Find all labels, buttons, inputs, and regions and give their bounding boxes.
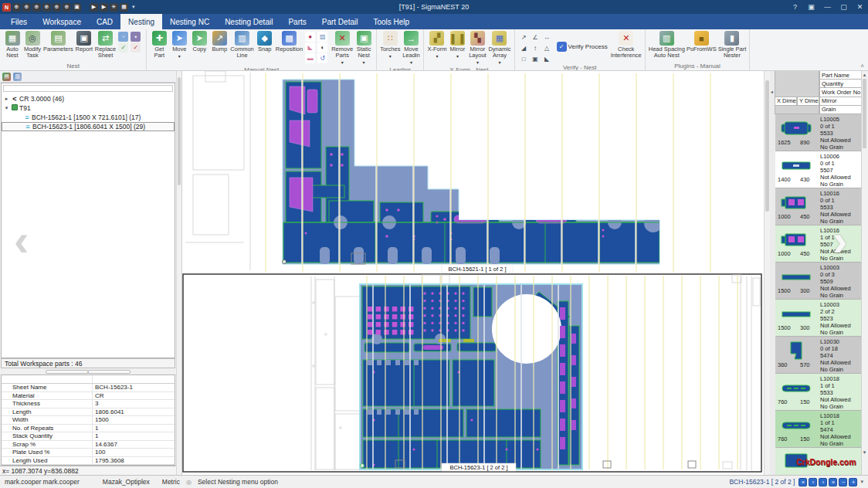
x-form-button[interactable]: ▞X-Form▾	[426, 30, 447, 60]
part-row[interactable]: 1400430L100060 of 15507Not AllowedNo Gra…	[775, 151, 861, 188]
tab-cad[interactable]: CAD	[89, 14, 120, 29]
pan-icon[interactable]: ▶	[100, 3, 108, 12]
restore-icon[interactable]: ▢	[836, 0, 852, 14]
bump-button[interactable]: ↗Bump	[209, 30, 229, 53]
measure-corner-icon[interactable]: ◢	[519, 43, 529, 53]
column-header-work-order[interactable]: Work Order No.	[819, 88, 863, 97]
tree-view-icon[interactable]: ▤	[2, 73, 11, 81]
tree-item-bch-15621-1[interactable]: ≡BCH-15621-1 [1500 X 721.6101] (17)	[2, 113, 175, 122]
mirror-layout-dropdown-icon[interactable]: ▾	[476, 59, 479, 66]
part-row[interactable]: 1500300L100030 of 35509Not AllowedNo Gra…	[775, 263, 861, 300]
tab-parts[interactable]: Parts	[280, 14, 314, 29]
canvas-scrollbar[interactable]	[764, 71, 770, 475]
tree-filter-box[interactable]	[3, 85, 173, 92]
static-nest-dropdown-icon[interactable]: ▾	[363, 59, 365, 66]
dynamic-array-dropdown-icon[interactable]: ▾	[498, 59, 500, 66]
static-nest-button[interactable]: ▣Static Nest▾	[354, 30, 374, 66]
nest-canvas-drawing[interactable]: BCH-15621-1 [ 1 of 2 ]	[182, 71, 764, 475]
set-square-icon[interactable]: ◣	[305, 42, 315, 53]
remove-parts-dropdown-icon[interactable]: ▾	[341, 59, 344, 66]
verify-process-button[interactable]: ✓Verify Process	[557, 42, 608, 52]
settings-icon[interactable]: ✳	[110, 3, 118, 12]
previous-sheet-button[interactable]: ‹	[809, 478, 817, 486]
copy-button[interactable]: ➤Copy	[189, 30, 209, 53]
nest-canvas[interactable]: BCH-15621-1 [ 1 of 2 ]	[182, 71, 764, 475]
measure-slope-icon[interactable]: ◣	[542, 54, 552, 64]
snap-button[interactable]: ◆Snap	[255, 30, 275, 53]
part-row[interactable]: 760150L100181 of 15474Not AllowedNo Grai…	[775, 411, 861, 448]
verify-small-icon[interactable]: ✓	[118, 42, 128, 53]
reposition-button[interactable]: ▩Reposition	[275, 30, 303, 53]
head-spacing-button[interactable]: ▥Head Spacing Auto Nest	[648, 30, 686, 59]
auto-nest-button[interactable]: ▦Auto Nest	[2, 30, 22, 59]
mirror-button[interactable]: ▌▐Mirror▾	[447, 30, 467, 60]
scroll-down-icon[interactable]: ▼	[862, 450, 867, 455]
part-row[interactable]: 360570L100300 of 185474Not AllowedNo Gra…	[775, 337, 861, 374]
tab-files[interactable]: Files	[3, 14, 35, 29]
tree-item-bch-15623-1[interactable]: ≡BCH-15623-1 [1806.6041 X 1500] (29)	[2, 122, 175, 131]
move-leadin-dropdown-icon[interactable]: ▾	[410, 59, 412, 66]
scroll-up-icon[interactable]: ▲	[862, 73, 867, 77]
measure-vertical-icon[interactable]: ↕	[531, 43, 541, 53]
remove-parts-button[interactable]: ✕Remove Parts▾	[331, 30, 354, 66]
task-check-icon[interactable]: ✓	[131, 42, 141, 53]
tab-nesting[interactable]: Nesting	[120, 14, 162, 29]
zoom-sheet-icon[interactable]: ⊕	[53, 3, 61, 12]
panel-pin-icon[interactable]: ◄	[770, 90, 774, 94]
column-header-mirror[interactable]: Mirror	[819, 97, 863, 106]
column-header-grain[interactable]: Grain	[819, 106, 863, 114]
workspace-panel-scrollbar[interactable]	[176, 71, 182, 475]
app-logo-icon[interactable]: N	[2, 3, 11, 12]
measure-triangle-icon[interactable]: △	[542, 43, 552, 53]
last-sheet-button[interactable]: »	[829, 478, 837, 486]
measure-angle-icon[interactable]: ∠	[531, 32, 541, 42]
quick-access-dropdown-icon[interactable]: ▾	[132, 4, 135, 10]
splitter-handle-icon[interactable]: ▾	[46, 370, 131, 374]
get-part-button[interactable]: ✚Get Part	[149, 30, 169, 59]
sheet-view-icon[interactable]: ▥	[13, 73, 22, 81]
view-grid-icon[interactable]: ▦	[120, 3, 128, 12]
zoom-in-icon[interactable]: ⊕	[22, 3, 31, 12]
tree-expander-icon[interactable]: ▾	[3, 105, 10, 111]
torches-button[interactable]: ∷Torches▾	[379, 30, 401, 60]
measure-box-icon[interactable]: □	[519, 54, 529, 64]
zoom-window-icon[interactable]: ⊕	[12, 3, 21, 12]
seal-icon[interactable]: ●	[305, 32, 315, 42]
scrollbar-thumb[interactable]	[765, 80, 769, 212]
eraser-icon[interactable]: ▬	[305, 53, 315, 63]
ribbon-collapse-icon[interactable]: ˄	[860, 63, 864, 69]
tab-workspace[interactable]: Workspace	[35, 14, 89, 29]
part-row[interactable]: 1625890L100050 of 15533Not AllowedNo Gra…	[775, 114, 861, 151]
view-full-icon[interactable]: ▣	[73, 3, 81, 12]
minimize-icon[interactable]: —	[819, 0, 836, 14]
zoom-out-icon[interactable]: ⊕	[32, 3, 41, 12]
tab-tools-help[interactable]: Tools Help	[365, 14, 417, 29]
measure-horizontal-icon[interactable]: ↔	[542, 32, 552, 42]
next-sheet-button[interactable]: ›	[819, 478, 827, 486]
dynamic-array-button[interactable]: ▦Dynamic Array▾	[487, 30, 511, 66]
tab-nesting-nc[interactable]: Nesting NC	[162, 14, 217, 29]
part-row[interactable]: 1500300L100032 of 25523Not AllowedNo Gra…	[775, 300, 861, 337]
sheet-navigator-dropdown-icon[interactable]: ▾	[860, 479, 863, 485]
tree-expander-icon[interactable]: ▸	[3, 96, 10, 102]
pin-window-icon[interactable]: ▣	[803, 0, 819, 14]
tree-item-t91[interactable]: ▾T91	[2, 103, 175, 113]
mirror-layout-button[interactable]: ▚Mirror Layout▾	[467, 30, 487, 66]
new-sheet-icon[interactable]: ▫	[118, 32, 128, 42]
part-row[interactable]: 760150L100181 of 15533Not AllowedNo Grai…	[775, 374, 861, 411]
column-header-part-name[interactable]: Part Name	[819, 71, 863, 80]
tab-part-detail[interactable]: Part Detail	[314, 14, 366, 29]
image-icon[interactable]: ▨	[317, 32, 327, 42]
first-sheet-button[interactable]: «	[798, 478, 807, 486]
move-dropdown-icon[interactable]: ▾	[178, 53, 181, 59]
part-row[interactable]: 1000450L100160 of 15533Not AllowedNo Gra…	[775, 188, 861, 225]
move-button[interactable]: ➤Move▾	[169, 30, 189, 60]
report-button[interactable]: ▣Report	[74, 30, 94, 53]
tab-nesting-detail[interactable]: Nesting Detail	[217, 14, 280, 29]
close-icon[interactable]: ✕	[852, 0, 868, 14]
parts-panel-scrollbar[interactable]: ▲ ▼	[861, 71, 867, 475]
remove-sheet-button[interactable]: −	[839, 478, 847, 486]
tree-item-cr[interactable]: ▸<CR 3.0000 (46)	[2, 94, 175, 103]
common-line-button[interactable]: ▥Common Line	[229, 30, 254, 59]
contrast-icon[interactable]: ◐	[317, 42, 327, 53]
